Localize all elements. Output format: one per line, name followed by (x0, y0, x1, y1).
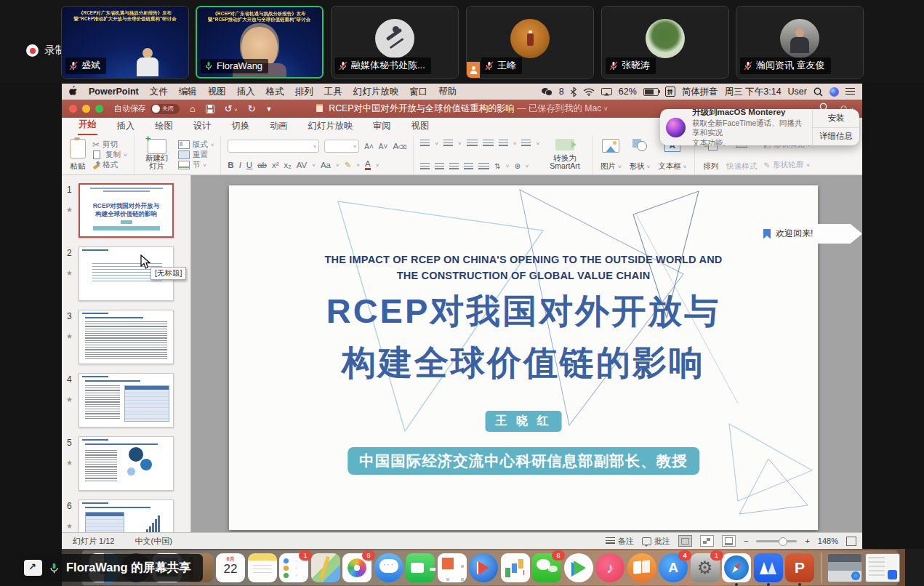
format-painter-button[interactable]: 格式 (92, 160, 127, 170)
user-menu[interactable]: User (788, 87, 807, 97)
align-left-icon[interactable] (420, 163, 430, 170)
menu-window[interactable]: 窗口 (409, 86, 427, 98)
tab-view[interactable]: 视图 (411, 118, 430, 135)
input-method-label[interactable]: 简体拼音 (682, 86, 718, 98)
bluetooth-icon[interactable] (571, 87, 577, 97)
numbering-icon[interactable] (443, 140, 453, 147)
reminders-icon[interactable]: 1 (279, 553, 308, 582)
tab-insert[interactable]: 插入 (116, 118, 136, 135)
slide-counter[interactable]: 幻灯片 1/12 (73, 536, 114, 547)
redo-icon[interactable]: ↻ (248, 103, 256, 114)
maps-icon[interactable] (311, 553, 340, 582)
slide-title-english[interactable]: THE IMPACT OF RCEP ON CHINA'S OPENING TO… (229, 252, 818, 284)
screen-mirroring-icon[interactable] (601, 88, 612, 96)
font-name-combobox[interactable]: ˅ (228, 140, 319, 153)
music-icon[interactable]: ♪ (595, 553, 624, 582)
minimized-window-icon[interactable] (827, 553, 862, 582)
app-store-icon[interactable]: A4 (659, 553, 688, 582)
notes-button[interactable]: 备注 (606, 536, 634, 547)
font-color-button[interactable]: A (365, 160, 371, 169)
battery-icon[interactable] (643, 88, 659, 96)
paste-button[interactable]: 粘贴 (68, 138, 87, 172)
minimized-window-icon[interactable] (865, 553, 900, 582)
tab-design[interactable]: 设计 (193, 118, 212, 135)
participant-tile-tongyoujun[interactable]: 瀚闻资讯 童友俊 (736, 6, 864, 79)
slide-thumbnail-4[interactable] (79, 373, 174, 428)
participant-tile-shengbin[interactable]: 《RCEP对广东省机遇与挑战分析报告》发布 暨“RCEP推动扩大开放与全球价值链… (61, 6, 189, 79)
slide-thumbnail-5[interactable] (79, 436, 174, 491)
powerpoint-dock-icon[interactable] (785, 553, 814, 582)
spotlight-icon[interactable] (813, 87, 823, 97)
install-button[interactable]: 安装 (813, 109, 859, 127)
columns-icon[interactable] (521, 140, 531, 147)
menu-slideshow[interactable]: 幻灯片放映 (353, 86, 399, 98)
home-icon[interactable]: ⌂ (190, 103, 196, 114)
participant-tile-wangfeng[interactable]: 王峰 (466, 6, 594, 79)
macos-notification[interactable]: 升级到macOS Monterey 获取全新FaceTime通话、同播共享和实况… (660, 109, 859, 145)
charts-app-icon[interactable] (501, 553, 530, 582)
language-status[interactable]: 中文(中国) (134, 536, 172, 547)
participant-tile-rongmeiti[interactable]: 融媒体秘书处陈... (331, 6, 459, 79)
align-center-icon[interactable] (435, 163, 444, 170)
decrease-indent-icon[interactable] (467, 140, 478, 147)
slide-sorter-view-button[interactable] (700, 535, 714, 547)
slide-thumbnail-panel[interactable]: 1 ★ RCEP对我国对外开放与 构建全球价值链的影响 2 ★ (62, 175, 191, 532)
menu-format[interactable]: 格式 (266, 86, 284, 98)
layout-button[interactable]: 版式˅ (178, 140, 214, 150)
wechat-icon[interactable]: 8 (532, 553, 561, 582)
shape-outline-button[interactable]: ✎形状轮廓˅ (763, 160, 811, 170)
justify-icon[interactable] (464, 163, 473, 170)
shrink-font-button[interactable]: A˅ (379, 143, 388, 150)
character-spacing-button[interactable]: AV (297, 161, 308, 169)
italic-button[interactable]: I (239, 161, 241, 169)
cut-button[interactable]: ✂剪切 (92, 140, 127, 150)
menu-view[interactable]: 视图 (208, 86, 226, 98)
save-icon[interactable] (206, 105, 214, 113)
undo-icon[interactable]: ↺ ˅ (225, 103, 238, 114)
underline-button[interactable]: U (246, 161, 252, 169)
books-icon[interactable] (627, 553, 656, 582)
distribute-icon[interactable] (478, 163, 489, 170)
messages-icon[interactable] (374, 553, 403, 582)
menu-insert[interactable]: 插入 (237, 86, 255, 98)
participant-tile-florawang[interactable]: 《RCEP对广东省机遇与挑战分析报告》发布 暨“RCEP推动扩大开放与全球价值链… (196, 6, 324, 79)
bullets-icon[interactable] (420, 140, 430, 147)
notification-center-icon[interactable] (845, 88, 855, 95)
slide-title-chinese[interactable]: RCEP对我国对外开放与 构建全球价值链的影响 (229, 286, 818, 388)
font-size-combobox[interactable]: ˅ (324, 140, 359, 153)
tencent-video-icon[interactable] (564, 553, 593, 582)
zoom-in-button[interactable]: + (805, 537, 809, 545)
slide-affiliation[interactable]: 中国国际经济交流中心科研信息部副部长、教授 (347, 447, 699, 475)
menu-edit[interactable]: 编辑 (179, 86, 197, 98)
close-window-button[interactable] (69, 105, 77, 113)
news-icon[interactable] (438, 553, 467, 582)
photos-icon[interactable]: 8 (342, 553, 371, 582)
slide-thumbnail-6[interactable] (79, 499, 174, 532)
autosave-toggle[interactable]: 关闭 (150, 104, 180, 114)
slideshow-view-button[interactable] (722, 535, 736, 547)
comments-button[interactable]: 批注 (642, 536, 670, 547)
reset-button[interactable]: 重置 (178, 150, 214, 160)
grow-font-button[interactable]: A˄ (364, 143, 374, 150)
safari-icon[interactable] (722, 553, 751, 582)
slide-thumbnail-3[interactable] (79, 310, 174, 364)
wechat-status-icon[interactable] (542, 88, 553, 96)
zoom-level[interactable]: 148% (818, 537, 838, 545)
text-direction-icon[interactable]: ⇅ (494, 162, 500, 170)
siri-icon[interactable] (829, 87, 839, 97)
facetime-icon[interactable] (406, 553, 435, 582)
slide-canvas[interactable]: THE IMPACT OF RCEP ON CHINA'S OPENING TO… (229, 185, 818, 530)
zoom-out-button[interactable]: − (744, 537, 748, 545)
system-preferences-icon[interactable]: ⚙1 (691, 553, 720, 582)
quicktime-icon[interactable] (469, 553, 498, 582)
menu-app-name[interactable]: PowerPoint (89, 87, 139, 97)
shapes-button[interactable]: 形状 ˅ (628, 138, 652, 172)
normal-view-button[interactable] (678, 535, 692, 547)
tab-review[interactable]: 审阅 (372, 118, 392, 135)
tab-draw[interactable]: 绘图 (154, 118, 174, 135)
section-button[interactable]: 节˅ (178, 160, 214, 170)
input-method-icon[interactable]: 拼 (665, 87, 675, 97)
menu-tools[interactable]: 工具 (324, 86, 342, 98)
align-right-icon[interactable] (449, 163, 459, 170)
bold-button[interactable]: B (228, 161, 233, 169)
